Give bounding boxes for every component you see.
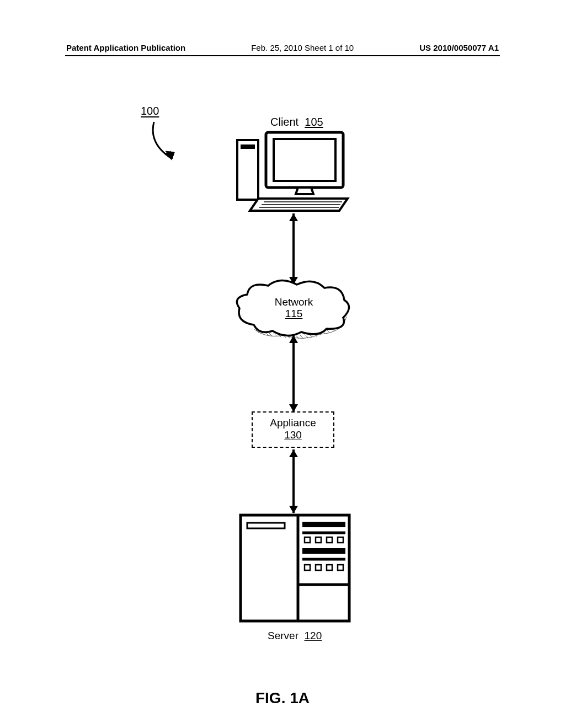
svg-rect-20 [305,565,310,570]
appliance-ref: 130 [284,429,302,441]
network-label-text: Network [275,296,313,308]
header-center: Feb. 25, 2010 Sheet 1 of 10 [251,43,354,52]
svg-marker-0 [164,151,172,160]
client-computer-icon [232,128,353,213]
svg-rect-21 [316,565,321,570]
svg-rect-22 [327,565,332,570]
client-label: Client 105 [270,116,323,129]
connector-network-appliance [292,335,295,411]
server-label: Server 120 [268,630,322,642]
reference-arrow-icon [146,119,184,169]
svg-rect-18 [302,548,345,554]
page: Patent Application Publication Feb. 25, … [0,0,565,728]
header-rule [65,55,500,56]
svg-rect-11 [247,523,285,528]
svg-rect-15 [316,537,321,543]
server-icon [238,513,351,623]
page-header: Patent Application Publication Feb. 25, … [66,43,499,52]
svg-rect-4 [274,139,335,181]
svg-rect-17 [338,537,343,543]
svg-rect-16 [327,537,332,543]
appliance-box: Appliance 130 [252,411,334,448]
network-ref: 115 [285,308,303,319]
svg-rect-23 [338,565,343,570]
server-label-text: Server [268,630,299,641]
arrowhead-up-icon [289,213,298,221]
header-left: Patent Application Publication [66,43,185,52]
network-label: Network 115 [232,297,356,320]
arrowhead-up-icon [289,335,298,343]
network-cloud: Network 115 [232,278,356,341]
arrowhead-up-icon [289,449,298,457]
system-reference-number: 100 [141,105,159,117]
svg-rect-2 [241,144,255,149]
svg-rect-12 [302,522,345,527]
arrowhead-down-icon [289,404,298,412]
connector-client-network [292,213,295,284]
connector-appliance-server [292,449,295,513]
appliance-label-text: Appliance [270,417,316,429]
arrowhead-down-icon [289,506,298,513]
client-label-text: Client [270,116,299,128]
svg-rect-14 [305,537,310,543]
svg-rect-8 [241,515,349,621]
client-ref: 105 [305,116,323,128]
figure-caption: FIG. 1A [0,689,565,707]
header-right: US 2010/0050077 A1 [419,43,499,52]
svg-rect-1 [237,140,258,200]
server-ref: 120 [305,630,322,641]
